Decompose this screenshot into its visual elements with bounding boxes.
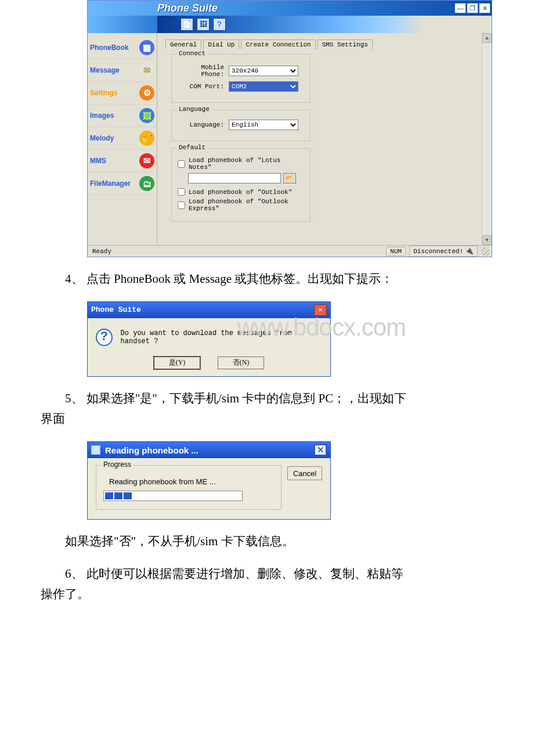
lotus-path-input[interactable] (188, 173, 281, 183)
sidebar-item-settings[interactable]: Settings⚙ (88, 82, 157, 105)
after-progress-text: 如果选择"否"，不从手机/sim 卡下载信息。 (41, 531, 493, 552)
sidebar-item-label: MMS (90, 157, 138, 165)
progress-title-icon (91, 445, 100, 455)
question-icon: ? (96, 329, 113, 346)
settings-icon: ⚙ (139, 85, 154, 100)
yes-button[interactable]: 是(Y) (154, 357, 200, 369)
vertical-scrollbar[interactable]: ▲ ▼ (482, 33, 492, 245)
scroll-down-icon[interactable]: ▼ (482, 235, 492, 245)
window-title: Phone Suite (157, 2, 454, 15)
outlook-express-label: Load phonebook of "Outlook Express" (189, 198, 304, 212)
melody-icon: 🎷 (139, 131, 154, 146)
mobile-phone-label: Mobile Phone: (178, 64, 224, 78)
settings-panel: GeneralDial UpCreate ConnectionSMS Setti… (157, 33, 492, 245)
step-6-text-line1: 6、 此时便可以根据需要进行增加、删除、修改、复制、粘贴等 (41, 564, 493, 585)
sidebar-item-label: Settings (90, 89, 138, 97)
titlebar: Phone Suite — ❐ ✕ (88, 1, 492, 16)
cancel-button[interactable]: Cancel (287, 466, 322, 480)
no-button[interactable]: 否(N) (218, 357, 264, 369)
sidebar-item-images[interactable]: Images🖼 (88, 105, 157, 127)
status-ready: Ready (90, 248, 383, 255)
sidebar-item-filemanager[interactable]: FileManager🗂 (88, 172, 157, 195)
sidebar-item-melody[interactable]: Melody🎷 (88, 127, 157, 150)
message-icon: ✉ (139, 63, 154, 78)
status-bar: Ready NUM Disconnected! 🔌 (88, 245, 492, 257)
language-select[interactable]: English (229, 120, 298, 130)
resize-grip-icon[interactable] (481, 247, 489, 255)
phonebook-icon: ▦ (139, 40, 154, 55)
dialog-message: Do you want to download the messages fro… (121, 329, 322, 345)
progress-bar (103, 491, 243, 501)
phone-suite-window: Phone Suite — ❐ ✕ 📄🖽? PhoneBook▦Message✉… (87, 0, 492, 257)
toolbar-button-1[interactable]: 🖽 (197, 18, 210, 31)
lotus-notes-label: Load phonebook of "Lotus Notes" (189, 157, 304, 171)
sidebar-item-label: Message (90, 66, 138, 74)
lotus-notes-checkbox[interactable] (178, 160, 185, 168)
confirm-dialog: www.bdocx.com Phone Suite ✕ ? Do you wan… (87, 301, 331, 377)
tab-create-connection[interactable]: Create Connection (241, 39, 315, 49)
tab-general[interactable]: General (165, 39, 201, 49)
maximize-button[interactable]: ❐ (467, 3, 478, 13)
progress-group: Progress Reading phonebook from ME ... (96, 465, 282, 510)
group-title: Connect (176, 50, 208, 57)
progress-group-title: Progress (101, 460, 134, 469)
com-port-select[interactable]: COM2 (229, 81, 298, 92)
close-button[interactable]: ✕ (479, 3, 490, 13)
scroll-up-icon[interactable]: ▲ (482, 33, 492, 43)
sidebar-item-label: PhoneBook (90, 44, 138, 52)
com-port-label: COM Port: (178, 83, 224, 90)
status-num: NUM (386, 247, 406, 256)
group-title: Default (176, 144, 208, 151)
progress-title: Reading phonebook ... (105, 445, 199, 455)
progress-text: Reading phonebook from ME ... (109, 477, 274, 486)
step-5-text-line2: 界面 (41, 409, 493, 430)
minimize-button[interactable]: — (454, 3, 466, 13)
connect-group: Connect Mobile Phone: 320x240 COM Port: … (171, 54, 311, 103)
tab-dial-up[interactable]: Dial Up (203, 39, 239, 49)
sidebar-item-label: FileManager (90, 179, 138, 188)
default-group: Default Load phonebook of "Lotus Notes" … (171, 148, 311, 222)
toolbar: 📄🖽? (88, 16, 492, 33)
language-label: Language: (178, 121, 224, 128)
mobile-phone-select[interactable]: 320x240 (229, 66, 298, 76)
dialog-titlebar: Phone Suite ✕ (88, 302, 330, 318)
sidebar-item-phonebook[interactable]: PhoneBook▦ (88, 37, 157, 59)
sidebar-item-message[interactable]: Message✉ (88, 59, 157, 82)
images-icon: 🖼 (139, 108, 154, 123)
toolbar-button-0[interactable]: 📄 (181, 18, 193, 31)
outlook-checkbox[interactable] (178, 188, 185, 196)
group-title: Language (176, 106, 212, 113)
mms-icon: ✉ (139, 153, 154, 168)
tab-sms-settings[interactable]: SMS Settings (317, 39, 373, 49)
sidebar-item-label: Melody (90, 134, 138, 142)
dialog-close-button[interactable]: ✕ (314, 304, 327, 316)
filemanager-icon: 🗂 (139, 176, 154, 191)
outlook-label: Load phonebook of "Outlook" (189, 189, 292, 196)
sidebar: PhoneBook▦Message✉Settings⚙Images🖼Melody… (88, 33, 157, 245)
plug-icon: 🔌 (465, 247, 474, 255)
language-group: Language Language: English (171, 110, 311, 141)
progress-dialog: Reading phonebook ... ✕ Progress Reading… (87, 441, 331, 520)
step-5-text-line1: 5、 如果选择"是"，下载手机/sim 卡中的信息到 PC；，出现如下 (41, 388, 493, 409)
progress-close-button[interactable]: ✕ (314, 444, 327, 456)
browse-button[interactable]: 📂 (283, 173, 296, 183)
step-4-text: 4、 点击 PhoneBook 或 Message 或其他标签。出现如下提示： (41, 269, 493, 290)
toolbar-button-2[interactable]: ? (213, 18, 226, 31)
outlook-express-checkbox[interactable] (178, 201, 185, 209)
sidebar-item-label: Images (90, 111, 138, 120)
dialog-title: Phone Suite (91, 305, 141, 314)
settings-tabs: GeneralDial UpCreate ConnectionSMS Setti… (165, 39, 484, 49)
sidebar-item-mms[interactable]: MMS✉ (88, 150, 157, 172)
step-6-text-line2: 操作了。 (41, 584, 493, 605)
status-connection: Disconnected! 🔌 (409, 246, 478, 257)
progress-titlebar: Reading phonebook ... ✕ (88, 442, 330, 458)
